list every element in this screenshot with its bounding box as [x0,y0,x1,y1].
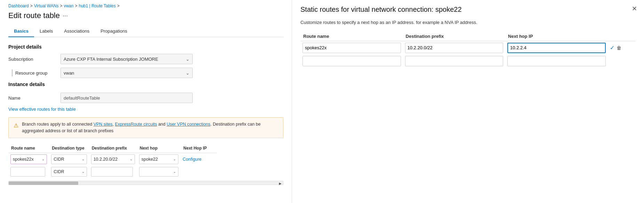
route-name-chevron-icon-1: ⌄ [42,157,45,161]
dest-prefix-cell-1[interactable]: 10.2.20.0/22 ⌄ [91,154,135,164]
next-hop-chevron-icon-1: ⌄ [173,157,176,161]
dest-type-chevron-icon-1: ⌄ [82,157,84,161]
table-row: spokes22x ⌄ CIDR ⌄ 10.2.20.0/22 ⌄ [8,153,217,166]
tab-basics[interactable]: Basics [8,26,34,37]
dest-type-value-2: CIDR [54,169,80,174]
col-destination-type: Destination type [49,144,89,153]
static-route-name-2[interactable] [303,56,401,66]
dest-prefix-input-2[interactable] [91,167,133,177]
static-next-hop-ip-2[interactable] [507,56,606,66]
resource-group-select[interactable]: vwan ⌄ [61,68,193,78]
warning-box: ⚠ Branch routes apply to all connected V… [8,117,283,138]
tabs: Basics Labels Associations Propagations [8,26,283,37]
route-name-input-2[interactable] [10,167,45,177]
static-next-hop-ip-1[interactable] [507,43,606,53]
next-hop-cell-1[interactable]: spoke22 ⌄ [139,154,179,164]
static-col-dest-prefix: Destination prefix [403,32,506,41]
breadcrumb: Dashboard > Virtual WANs > vwan > hub1 |… [8,3,283,8]
name-input: defaultRouteTable [61,93,193,103]
user-vpn-link[interactable]: User VPN connections [167,122,210,127]
static-route-name-1[interactable] [303,43,401,53]
static-table-row [300,54,636,68]
static-col-next-hop-ip: Next hop IP [505,32,608,41]
page-title-row: Edit route table ··· [8,11,283,20]
static-dest-prefix-1[interactable] [405,43,504,53]
page-title: Edit route table [8,11,60,20]
route-name-value-1: spokes22x [13,157,40,162]
dest-prefix-value-1: 10.2.20.0/22 [94,157,128,162]
subscription-chevron-icon: ⌄ [186,57,190,62]
subscription-select[interactable]: Azure CXP FTA Internal Subscription JOMO… [61,54,193,64]
route-name-cell-1[interactable]: spokes22x ⌄ [10,154,47,164]
resource-group-row: Resource group vwan ⌄ [8,68,283,78]
close-button[interactable]: ✕ [632,5,637,12]
next-hop-chevron-icon-2: ⌄ [173,170,176,174]
instance-details-header: Instance details [8,82,283,87]
horizontal-scrollbar[interactable]: ► [8,181,283,185]
dest-type-chevron-icon-2: ⌄ [82,170,84,174]
route-table-container: Route name Destination type Destination … [8,144,283,185]
resource-group-value: vwan [64,70,74,76]
dest-type-cell-2[interactable]: CIDR ⌄ [51,167,87,177]
col-next-hop-ip: Next Hop IP [180,144,217,153]
breadcrumb-dashboard[interactable]: Dashboard [8,3,29,8]
dest-prefix-chevron-icon-1: ⌄ [130,157,132,161]
row-actions-1: ✓ 🗑 [610,44,634,51]
resource-group-chevron-icon: ⌄ [186,70,190,76]
left-panel: Dashboard > Virtual WANs > vwan > hub1 |… [0,0,292,203]
vpn-sites-link[interactable]: VPN sites [94,122,113,127]
subscription-row: Subscription Azure CXP FTA Internal Subs… [8,54,283,64]
table-row: CIDR ⌄ ⌄ [8,166,217,178]
col-destination-prefix: Destination prefix [89,144,137,153]
resource-group-label: Resource group [8,69,61,76]
col-route-name: Route name [8,144,49,153]
project-details-header: Project details [8,44,283,50]
breadcrumb-virtual-wans[interactable]: Virtual WANs [34,3,59,8]
more-options-button[interactable]: ··· [63,12,68,19]
subscription-label: Subscription [8,57,61,62]
confirm-icon-1[interactable]: ✓ [610,44,614,51]
warning-icon: ⚠ [14,121,18,130]
breadcrumb-hub1-route-tables[interactable]: hub1 | Route Tables [79,3,115,8]
panel-description: Customize routes to specify a next hop a… [300,19,636,26]
tab-associations[interactable]: Associations [58,26,95,37]
next-hop-value-1: spoke22 [142,157,172,162]
scroll-right-arrow-icon[interactable]: ► [278,181,282,185]
panel-title: Static routes for virtual network connec… [300,6,636,14]
static-col-route-name: Route name [300,32,403,41]
right-panel: ✕ Static routes for virtual network conn… [292,0,644,203]
warning-text: Branch routes apply to all connected VPN… [22,121,278,134]
tab-propagations[interactable]: Propagations [95,26,133,37]
dest-type-value-1: CIDR [54,157,80,162]
breadcrumb-vwan[interactable]: vwan [64,3,73,8]
expressroute-link[interactable]: ExpressRoute circuits [115,122,157,127]
col-next-hop: Next hop [137,144,181,153]
name-label: Name [8,95,61,101]
name-row: Name defaultRouteTable [8,93,283,103]
route-table: Route name Destination type Destination … [8,144,217,178]
configure-link-1[interactable]: Configure [183,157,201,162]
subscription-value: Azure CXP FTA Internal Subscription JOMO… [64,57,158,62]
delete-icon-1[interactable]: 🗑 [617,45,621,51]
static-table-row: ✓ 🗑 [300,41,636,54]
view-effective-routes-link[interactable]: View effective routes for this table [8,107,76,112]
tab-labels[interactable]: Labels [34,26,58,37]
static-routes-table: Route name Destination prefix Next hop I… [300,32,636,68]
dest-type-cell-1[interactable]: CIDR ⌄ [51,154,87,164]
scrollbar-thumb[interactable] [9,181,78,185]
static-dest-prefix-2[interactable] [405,56,504,66]
next-hop-cell-2[interactable]: ⌄ [139,167,179,177]
